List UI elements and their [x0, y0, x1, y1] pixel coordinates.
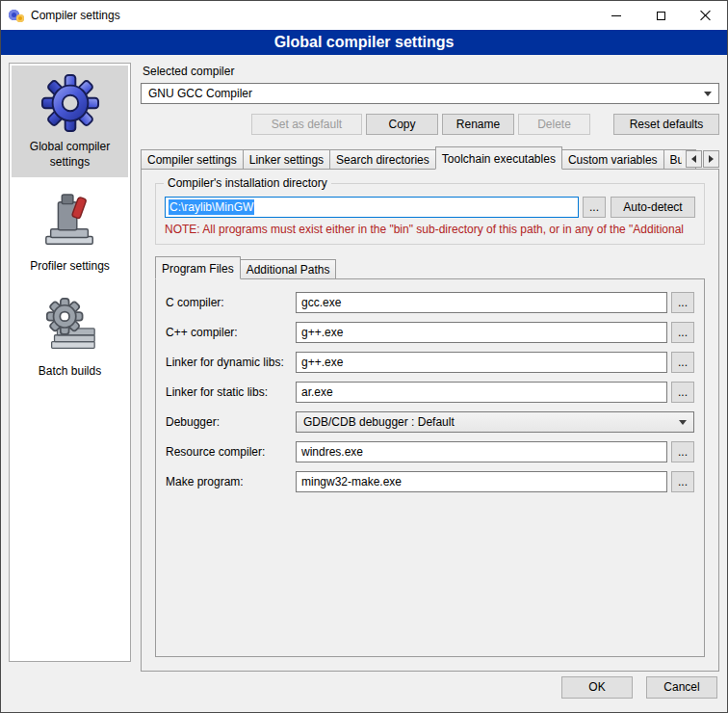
sidebar-item-global-compiler-settings[interactable]: Global compiler settings	[12, 66, 128, 177]
chevron-down-icon	[704, 92, 712, 96]
ok-button[interactable]: OK	[561, 676, 633, 699]
install-dir-browse-button[interactable]: ...	[583, 197, 606, 218]
resource-compiler-browse-button[interactable]: ...	[671, 441, 694, 462]
c-compiler-label: C compiler:	[166, 296, 296, 309]
static-linker-row: Linker for static libs: ...	[166, 382, 694, 403]
tab-compiler-settings[interactable]: Compiler settings	[141, 149, 244, 170]
dynamic-linker-input[interactable]	[296, 352, 667, 373]
titlebar: Compiler settings	[1, 1, 727, 30]
tab-search-directories[interactable]: Search directories	[329, 149, 436, 170]
sidebar: Global compiler settings Profiler settin…	[9, 63, 131, 662]
reset-defaults-button[interactable]: Reset defaults	[613, 114, 719, 135]
dynamic-linker-label: Linker for dynamic libs:	[166, 356, 296, 369]
dynamic-linker-browse-button[interactable]: ...	[671, 352, 694, 373]
gear-stack-icon	[40, 298, 100, 357]
close-icon	[699, 10, 711, 21]
tab-additional-paths[interactable]: Additional Paths	[240, 259, 337, 279]
chevron-down-icon	[679, 420, 687, 425]
static-linker-browse-button[interactable]: ...	[671, 382, 694, 403]
minimize-icon	[611, 15, 621, 16]
maximize-icon	[657, 12, 665, 20]
install-dir-input[interactable]: C:\raylib\MinGW	[165, 197, 579, 218]
install-dir-note: NOTE: All programs must exist either in …	[165, 223, 695, 236]
selected-compiler-label: Selected compiler	[143, 65, 719, 78]
program-files-pane: C compiler: ... C++ compiler: ... Linker…	[155, 278, 705, 657]
resource-compiler-row: Resource compiler: ...	[166, 441, 694, 462]
install-dir-value: C:\raylib\MinGW	[169, 199, 254, 215]
compiler-select-value: GNU GCC Compiler	[148, 87, 698, 100]
compiler-actions: Set as default Copy Rename Delete Reset …	[141, 114, 719, 135]
delete-button: Delete	[518, 114, 590, 135]
app-icon	[9, 8, 24, 23]
sidebar-item-label: Global compiler settings	[13, 139, 126, 170]
tab-toolchain-executables[interactable]: Toolchain executables	[435, 146, 562, 170]
resource-compiler-label: Resource compiler:	[166, 445, 296, 459]
debugger-select-value: GDB/CDB debugger : Default	[303, 415, 673, 429]
copy-button[interactable]: Copy	[366, 114, 438, 135]
settings-panel: Selected compiler GNU GCC Compiler Set a…	[141, 63, 719, 672]
compiler-select[interactable]: GNU GCC Compiler	[141, 83, 719, 104]
tab-linker-settings[interactable]: Linker settings	[243, 149, 330, 170]
make-program-input[interactable]	[296, 471, 667, 492]
install-dir-group-title: Compiler's installation directory	[164, 176, 331, 190]
rename-button[interactable]: Rename	[442, 114, 514, 135]
make-program-label: Make program:	[166, 475, 296, 489]
tab-scroll-right-button[interactable]	[703, 150, 719, 168]
static-linker-input[interactable]	[296, 382, 667, 403]
window-title: Compiler settings	[31, 9, 120, 22]
toolchain-executables-pane: Compiler's installation directory C:\ray…	[141, 169, 719, 672]
static-linker-label: Linker for static libs:	[166, 385, 296, 399]
sidebar-item-profiler-settings[interactable]: Profiler settings	[12, 185, 128, 281]
tab-program-files[interactable]: Program Files	[155, 256, 241, 279]
tab-custom-variables[interactable]: Custom variables	[561, 149, 664, 170]
c-compiler-row: C compiler: ...	[166, 292, 694, 313]
set-as-default-button: Set as default	[251, 114, 362, 135]
cpp-compiler-browse-button[interactable]: ...	[671, 322, 694, 343]
auto-detect-button[interactable]: Auto-detect	[611, 197, 695, 218]
c-compiler-input[interactable]	[296, 292, 667, 313]
cancel-button[interactable]: Cancel	[646, 676, 717, 699]
programs-tabstrip: Program Files Additional Paths	[155, 256, 705, 279]
dialog-footer: OK Cancel	[1, 672, 727, 712]
install-dir-group: Compiler's installation directory C:\ray…	[155, 183, 705, 245]
close-button[interactable]	[683, 1, 727, 30]
arrow-left-icon	[691, 155, 696, 163]
make-program-browse-button[interactable]: ...	[671, 471, 694, 492]
settings-tabstrip: Compiler settings Linker settings Search…	[141, 146, 719, 170]
dynamic-linker-row: Linker for dynamic libs: ...	[166, 352, 694, 373]
sidebar-item-label: Batch builds	[39, 363, 101, 379]
compiler-settings-dialog: Compiler settings Global compiler settin…	[0, 0, 728, 713]
debugger-select[interactable]: GDB/CDB debugger : Default	[296, 411, 694, 433]
debugger-label: Debugger:	[166, 415, 296, 429]
maximize-button[interactable]	[638, 1, 683, 30]
window-controls	[594, 1, 727, 30]
cpp-compiler-label: C++ compiler:	[166, 326, 296, 339]
tab-scroll-buttons	[682, 150, 719, 168]
cpp-compiler-row: C++ compiler: ...	[166, 322, 694, 343]
arrow-right-icon	[709, 155, 714, 163]
tab-scroll-left-button[interactable]	[686, 150, 702, 168]
minimize-button[interactable]	[594, 1, 638, 30]
dialog-body: Global compiler settings Profiler settin…	[1, 55, 727, 672]
c-compiler-browse-button[interactable]: ...	[671, 292, 694, 313]
sidebar-item-label: Profiler settings	[30, 258, 110, 274]
blue-gear-icon	[40, 73, 100, 133]
cpp-compiler-input[interactable]	[296, 322, 667, 343]
resource-compiler-input[interactable]	[296, 441, 667, 462]
sidebar-item-batch-builds[interactable]: Batch builds	[12, 290, 128, 386]
make-program-row: Make program: ...	[166, 471, 694, 492]
profiler-tool-icon	[40, 193, 100, 252]
page-title: Global compiler settings	[1, 30, 727, 55]
debugger-row: Debugger: GDB/CDB debugger : Default	[166, 411, 694, 433]
